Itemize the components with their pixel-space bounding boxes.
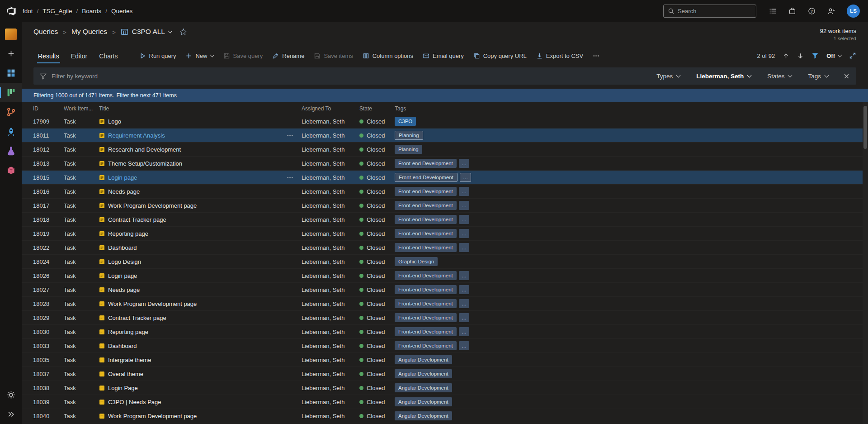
column-header-title[interactable]: Title [99, 105, 302, 112]
table-row[interactable]: 18035 Task Intergrate theme Lieberman, S… [22, 353, 868, 367]
work-item-title-link[interactable]: Work Program Development page [108, 300, 197, 307]
scrollbar-thumb[interactable] [863, 106, 867, 149]
work-item-title-link[interactable]: Login page [108, 272, 137, 279]
tag-overflow-chip[interactable]: … [459, 229, 470, 238]
column-header-work-item-type[interactable]: Work Item... [64, 105, 99, 112]
save-query-button[interactable]: Save query [223, 52, 263, 59]
tag-overflow-chip[interactable]: … [459, 327, 470, 336]
table-row[interactable]: 18011 Task Requirement Analysis Lieberma… [22, 129, 868, 143]
rename-button[interactable]: Rename [272, 52, 304, 59]
vertical-scrollbar[interactable] [863, 102, 868, 424]
tab-results[interactable]: Results [33, 48, 64, 64]
user-add-icon[interactable] [827, 7, 835, 15]
project-settings-button[interactable] [0, 385, 22, 405]
marketplace-bag-icon[interactable] [788, 7, 796, 15]
filter-dropdown-types[interactable]: Types [656, 73, 680, 80]
table-row[interactable]: 18037 Task Overal theme Lieberman, Seth … [22, 367, 868, 381]
close-filter-icon[interactable] [843, 73, 850, 80]
table-row[interactable]: 18013 Task Theme Setup/Customization Lie… [22, 157, 868, 171]
tag-overflow-chip[interactable]: … [459, 243, 470, 252]
work-item-title-link[interactable]: Research and Development [108, 146, 181, 153]
table-row[interactable]: 18015 Task Login page Lieberman, Seth Cl… [22, 171, 868, 185]
work-item-title-link[interactable]: Work Program Development page [108, 202, 197, 209]
tag-overflow-chip[interactable]: … [459, 341, 470, 350]
project-avatar[interactable] [0, 24, 22, 44]
tag-overflow-chip[interactable]: … [459, 271, 470, 280]
azure-devops-logo-icon[interactable] [5, 5, 17, 17]
export-to-csv-button[interactable]: Export to CSV [536, 52, 583, 59]
column-header-tags[interactable]: Tags [395, 105, 868, 112]
work-item-title-link[interactable]: Reporting page [108, 329, 148, 335]
work-item-title-link[interactable]: Dashboard [108, 343, 137, 349]
tag-overflow-chip[interactable]: … [459, 299, 470, 308]
copy-query-url-button[interactable]: Copy query URL [473, 52, 527, 59]
table-row[interactable]: 18038 Task Login Page Lieberman, Seth Cl… [22, 381, 868, 395]
table-row[interactable]: 18026 Task Login page Lieberman, Seth Cl… [22, 269, 868, 283]
email-query-button[interactable]: Email query [423, 52, 464, 59]
work-item-title-link[interactable]: Contract Tracker page [108, 314, 166, 321]
tag-overflow-chip[interactable]: … [459, 313, 470, 322]
query-selector[interactable]: C3PO ALL [121, 28, 172, 36]
column-header-id[interactable]: ID [33, 105, 64, 112]
more-options-button[interactable] [593, 52, 599, 59]
help-icon[interactable]: ? [808, 7, 816, 15]
table-row[interactable]: 18017 Task Work Program Development page… [22, 199, 868, 213]
column-options-button[interactable]: Column options [363, 52, 413, 59]
search-input[interactable] [678, 8, 752, 14]
sidebar-item-repos[interactable] [0, 102, 22, 122]
table-row[interactable]: 18039 Task C3PO | Needs Page Lieberman, … [22, 395, 868, 409]
add-button[interactable] [0, 44, 22, 63]
sidebar-item-pipelines[interactable] [0, 122, 22, 141]
tag-overflow-chip[interactable]: … [460, 173, 472, 182]
work-item-title-link[interactable]: C3PO | Needs Page [108, 399, 161, 405]
table-row[interactable]: 18016 Task Needs page Lieberman, Seth Cl… [22, 185, 868, 199]
work-item-title-link[interactable]: Login Page [108, 385, 138, 391]
table-row[interactable]: 18022 Task Dashboard Lieberman, Seth Clo… [22, 241, 868, 255]
work-item-title-link[interactable]: Login page [108, 174, 137, 181]
search-box[interactable] [663, 5, 756, 18]
table-row[interactable]: 18029 Task Contract Tracker page Lieberm… [22, 311, 868, 325]
table-row[interactable]: 18019 Task Reporting page Lieberman, Set… [22, 227, 868, 241]
tag-overflow-chip[interactable]: … [459, 187, 470, 196]
row-context-menu-button[interactable] [287, 132, 297, 139]
tab-editor[interactable]: Editor [66, 48, 92, 64]
breadcrumb-item[interactable]: Boards [82, 8, 101, 14]
save-items-button[interactable]: Save items [314, 52, 353, 59]
list-icon[interactable] [769, 7, 777, 15]
avatar[interactable]: LS [847, 5, 860, 18]
run-query-button[interactable]: Run query [139, 52, 176, 59]
expand-rail-button[interactable] [0, 405, 22, 424]
breadcrumb-item[interactable]: Queries [111, 8, 132, 14]
next-item-button[interactable] [797, 52, 804, 59]
table-row[interactable]: 18033 Task Dashboard Lieberman, Seth Clo… [22, 339, 868, 353]
filter-toggle-button[interactable] [811, 52, 819, 59]
work-item-title-link[interactable]: Theme Setup/Customization [108, 160, 182, 167]
work-item-title-link[interactable]: Contract Tracker page [108, 216, 166, 223]
fullscreen-button[interactable] [849, 52, 856, 59]
sidebar-item-boards[interactable] [0, 83, 22, 102]
tag-overflow-chip[interactable]: … [459, 159, 470, 168]
table-row[interactable]: 18018 Task Contract Tracker page Lieberm… [22, 213, 868, 227]
breadcrumb-item[interactable]: fdot [23, 8, 33, 14]
sidebar-item-artifacts[interactable] [0, 161, 22, 180]
row-context-menu-button[interactable] [287, 174, 297, 181]
filter-dropdown-tags[interactable]: Tags [808, 73, 828, 80]
work-item-title-link[interactable]: Needs page [108, 286, 140, 293]
new-button[interactable]: New [185, 52, 213, 59]
breadcrumb-queries[interactable]: Queries [33, 28, 58, 36]
filter-dropdown-states[interactable]: States [767, 73, 792, 80]
table-row[interactable]: 18040 Task Work Program Development page… [22, 409, 868, 423]
column-header-state[interactable]: State [359, 105, 395, 112]
filter-keyword-input[interactable] [52, 73, 651, 80]
sidebar-item-test-plans[interactable] [0, 141, 22, 161]
work-item-title-link[interactable]: Needs page [108, 188, 140, 195]
table-row[interactable]: 18024 Task Logo Design Lieberman, Seth C… [22, 255, 868, 269]
tag-overflow-chip[interactable]: … [459, 215, 470, 224]
work-item-title-link[interactable]: Intergrate theme [108, 357, 151, 363]
work-item-title-link[interactable]: Requirement Analysis [108, 132, 165, 139]
sidebar-item-overview[interactable] [0, 63, 22, 83]
work-item-title-link[interactable]: Reporting page [108, 230, 148, 237]
table-row[interactable]: 18027 Task Needs page Lieberman, Seth Cl… [22, 283, 868, 297]
table-row[interactable]: 18028 Task Work Program Development page… [22, 297, 868, 311]
work-item-title-link[interactable]: Dashboard [108, 244, 137, 251]
